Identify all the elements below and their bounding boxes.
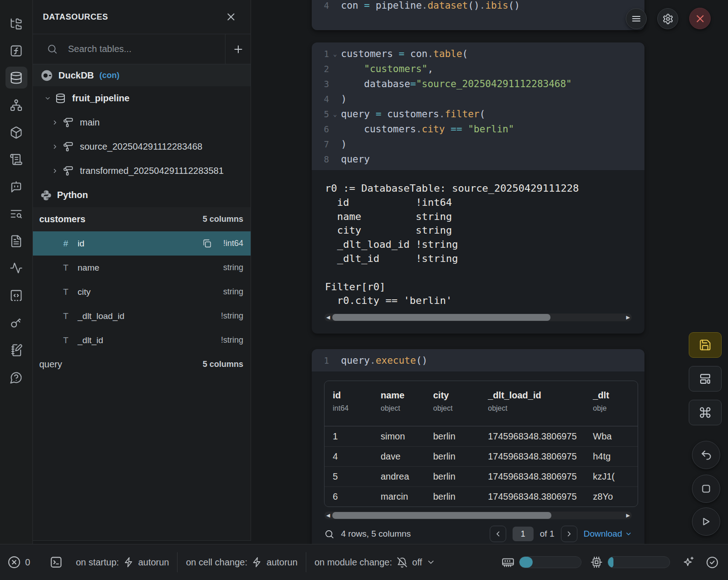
field-row-city[interactable]: T city string (33, 280, 251, 304)
table-search-icon[interactable] (324, 529, 335, 539)
error-indicator[interactable]: 0 (7, 555, 30, 569)
duckdb-logo-icon (41, 69, 53, 82)
scroll-left-icon[interactable]: ◀ (325, 512, 331, 519)
help-icon[interactable] (5, 366, 27, 388)
app-window: DATASOURCES DuckDB (con) (0, 0, 728, 580)
numeric-type-icon: # (62, 239, 70, 249)
output-horizontal-scrollbar[interactable]: ◀ ▶ (325, 314, 632, 321)
table-header-query[interactable]: query 5 columns (33, 352, 251, 376)
field-row-dlt-id[interactable]: T _dlt_id !string (33, 328, 251, 352)
field-dtype: !string (221, 335, 243, 345)
on-cell-change-toggle[interactable]: on cell change: autorun (186, 557, 297, 568)
field-name: city (78, 287, 215, 297)
zap-icon (251, 557, 262, 568)
prev-page-button[interactable] (490, 526, 506, 542)
scroll-left-icon[interactable]: ◀ (325, 314, 331, 321)
code-cell-setup[interactable]: 4con = pipeline.dataset().ibis() (312, 0, 644, 30)
command-palette-button[interactable] (689, 400, 722, 425)
file-explorer-icon[interactable] (5, 13, 27, 35)
search-logs-icon[interactable] (5, 203, 27, 225)
code-cell-execute[interactable]: 1query.execute() idint64nameobjectcityob… (312, 349, 644, 550)
tree-item-schema-source[interactable]: source_202504291112283468 (33, 135, 251, 159)
shutdown-button[interactable] (689, 8, 711, 29)
documentation-icon[interactable] (5, 230, 27, 252)
terminal-button[interactable] (49, 555, 63, 569)
memory-icon (501, 555, 515, 569)
bell-off-icon (396, 556, 408, 568)
tracing-icon[interactable] (5, 257, 27, 279)
undo-button[interactable] (692, 441, 720, 469)
table-cell: 5 (325, 471, 372, 482)
chevron-right-icon (52, 143, 59, 150)
table-cell: dave (372, 451, 425, 462)
table-cell: berlin (425, 451, 480, 462)
notebook-settings-button[interactable] (657, 8, 678, 29)
chevron-down-icon (44, 95, 52, 102)
code-line[interactable]: 5⌄query = customers.filter( (312, 106, 644, 121)
secrets-icon[interactable] (5, 312, 27, 334)
copy-icon[interactable] (202, 239, 212, 248)
ai-assist-button[interactable] (682, 556, 695, 569)
search-tables-input[interactable] (68, 44, 187, 54)
column-header[interactable]: _dltobje (585, 381, 638, 414)
on-module-change-dropdown[interactable]: on module change: off (314, 556, 435, 568)
code-line[interactable]: 6 customers.city == "berlin" (312, 121, 644, 136)
field-dtype: !int64 (223, 239, 243, 248)
code-editor[interactable]: 1query.execute() (312, 349, 644, 371)
result-dataframe: idint64nameobjectcityobject_dlt_load_ido… (324, 381, 638, 507)
search-box[interactable] (33, 34, 225, 64)
code-line[interactable]: 4con = pipeline.dataset().ibis() (312, 0, 644, 13)
on-startup-toggle[interactable]: on startup: autorun (76, 557, 169, 568)
duckdb-connection-row[interactable]: DuckDB (con) (33, 64, 251, 86)
code-line[interactable]: 1⌄customers = con.table( (312, 46, 644, 61)
field-dtype: string (223, 287, 243, 297)
code-line[interactable]: 4) (312, 91, 644, 106)
ai-chat-icon[interactable] (5, 175, 27, 197)
code-line[interactable]: 7) (312, 136, 644, 152)
search-icon (47, 43, 58, 55)
scroll-right-icon[interactable]: ▶ (625, 314, 631, 321)
scroll-right-icon[interactable]: ▶ (625, 512, 631, 519)
snippets-icon[interactable] (5, 284, 27, 306)
next-page-button[interactable] (561, 526, 577, 542)
packages-icon[interactable] (5, 121, 27, 143)
close-panel-icon[interactable] (225, 11, 237, 23)
field-row-dlt-load-id[interactable]: T _dlt_load_id !string (33, 304, 251, 328)
add-datasource-button[interactable] (225, 34, 251, 64)
table-horizontal-scrollbar[interactable]: ◀ ▶ (325, 512, 632, 519)
table-header-customers[interactable]: customers 5 columns (33, 207, 251, 231)
download-link[interactable]: Download (584, 529, 633, 539)
column-header[interactable]: _dlt_load_idobject (480, 381, 585, 414)
dependency-graph-icon[interactable] (5, 94, 27, 116)
run-button[interactable] (692, 507, 720, 536)
page-number[interactable]: 1 (513, 527, 534, 541)
code-editor[interactable]: 1⌄customers = con.table(2 "customers",3 … (312, 42, 644, 171)
column-header[interactable]: idint64 (325, 381, 372, 414)
field-row-name[interactable]: T name string (33, 256, 251, 280)
chevron-right-icon (52, 167, 59, 174)
column-header[interactable]: cityobject (425, 381, 480, 414)
code-line[interactable]: 3 database="source_202504291112283468" (312, 76, 644, 91)
tree-item-schema-transformed[interactable]: transformed_202504291112283581 (33, 159, 251, 183)
code-cell-query[interactable]: 1⌄customers = con.table(2 "customers",3 … (312, 42, 644, 334)
scratchpad-icon[interactable] (5, 339, 27, 361)
code-line[interactable]: 8query (312, 152, 644, 167)
tree-item-database[interactable]: fruit_pipeline (33, 86, 251, 110)
field-row-id[interactable]: # id !int64 (33, 231, 251, 256)
cpu-icon (590, 555, 603, 569)
save-button[interactable] (689, 332, 722, 358)
stop-button[interactable] (692, 475, 720, 503)
tree-item-schema-main[interactable]: main (33, 110, 251, 135)
text-type-icon: T (62, 287, 70, 297)
datasources-icon[interactable] (5, 67, 27, 89)
functions-icon[interactable] (5, 40, 27, 62)
table-cell: 1745968348.3806975 (480, 471, 585, 482)
cell-menu-button[interactable] (626, 8, 647, 29)
code-line[interactable]: 2 "customers", (312, 61, 644, 76)
column-header[interactable]: nameobject (372, 381, 425, 414)
connection-status-icon[interactable] (706, 556, 719, 569)
table-cell: 4 (325, 451, 372, 462)
layout-toggle-button[interactable] (689, 366, 722, 392)
logs-icon[interactable] (5, 148, 27, 170)
code-line[interactable]: 1query.execute() (312, 353, 644, 368)
